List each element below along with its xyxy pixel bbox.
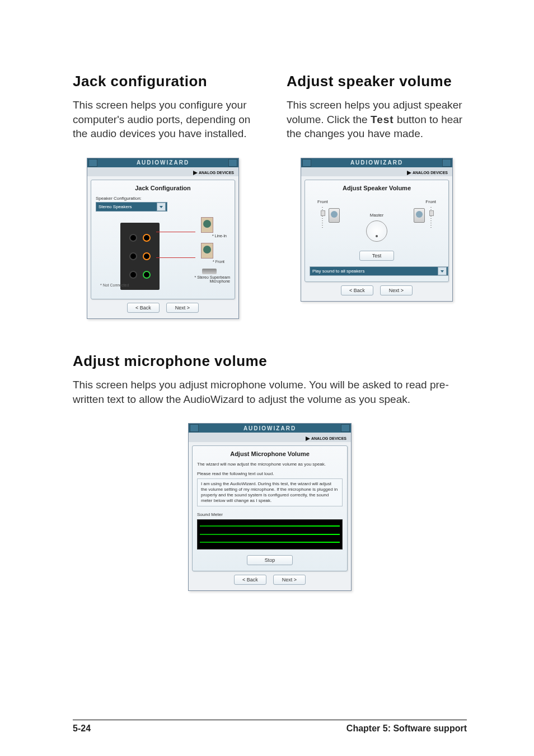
front-left-slider[interactable] <box>320 207 325 229</box>
jack-port <box>129 252 137 260</box>
window-title: AUDIOWIZARD <box>350 159 403 166</box>
page-number: 5-24 <box>73 724 91 734</box>
brand-bar: ANALOG DEVICES <box>189 433 351 442</box>
page: Jack configuration This screen helps you… <box>0 0 534 756</box>
sound-meter <box>197 519 343 550</box>
jack-port-linein <box>143 234 151 242</box>
window-titlebar: AUDIOWIZARD <box>87 158 238 167</box>
card-title: Jack Configuration <box>96 185 230 191</box>
meter-bar <box>200 534 340 535</box>
test-button[interactable]: Test <box>359 251 394 261</box>
volume-controls: Front Front Master Test <box>310 199 444 266</box>
speaker-icon <box>201 217 213 233</box>
front-left-label: Front <box>317 199 328 204</box>
window-titlebar: AUDIOWIZARD <box>301 158 452 167</box>
nav-button-row: < Back Next > <box>189 575 351 585</box>
analog-devices-logo: ANALOG DEVICES <box>193 171 234 175</box>
jack-port <box>129 271 137 279</box>
mic-intro: The wizard will now adjust the microphon… <box>197 462 343 467</box>
jack-port-front <box>143 271 151 279</box>
speaker-volume-card: Adjust Speaker Volume Front Front Master… <box>305 180 449 282</box>
speaker-config-label: Speaker Configuration: <box>96 196 230 201</box>
close-icon[interactable] <box>442 159 451 167</box>
jack-configuration-heading: Jack configuration <box>73 73 253 90</box>
speaker-icon <box>414 208 425 223</box>
adjust-mic-body: This screen helps you adjust microphone … <box>73 378 467 406</box>
play-sound-dropdown[interactable]: Play sound to all speakers <box>310 266 448 276</box>
master-label: Master <box>370 213 383 218</box>
speaker-config-dropdown[interactable]: Stereo Speakers <box>96 202 167 212</box>
window-sys-icon <box>302 159 311 167</box>
nav-button-row: < Back Next > <box>301 285 452 295</box>
jack-configuration-body: This screen helps you configure your com… <box>73 98 253 141</box>
chapter-label: Chapter 5: Software support <box>346 724 467 734</box>
cable-line <box>156 257 195 258</box>
mic-read-text: I am using the AudioWizard. During this … <box>197 478 343 506</box>
next-button[interactable]: Next > <box>273 575 306 585</box>
jack-port <box>129 234 137 242</box>
meter-bar <box>200 542 340 543</box>
jack-port-center <box>143 252 151 260</box>
analog-devices-logo: ANALOG DEVICES <box>306 436 346 441</box>
mic-volume-card: Adjust Microphone Volume The wizard will… <box>192 445 348 571</box>
dropdown-value: Stereo Speakers <box>99 204 132 209</box>
window-titlebar: AUDIOWIZARD <box>189 424 351 433</box>
mic-label: * Stereo Superbeam Microphone <box>180 275 230 283</box>
brand-bar: ANALOG DEVICES <box>301 167 452 176</box>
speaker-icon <box>201 243 213 259</box>
page-footer: 5-24 Chapter 5: Software support <box>73 720 467 734</box>
stop-button[interactable]: Stop <box>247 555 293 565</box>
window-sys-icon <box>88 159 97 167</box>
front-right-label: Front <box>425 199 436 204</box>
card-title: Adjust Microphone Volume <box>197 450 343 457</box>
sound-meter-label: Sound Meter <box>197 512 343 517</box>
adjust-speaker-body: This screen helps you adjust speaker vol… <box>287 98 467 141</box>
jack-diagram: * Line-In * Front * Stereo Superbeam Mic… <box>96 215 230 293</box>
two-column-layout: Jack configuration This screen helps you… <box>73 73 467 330</box>
adjust-mic-window: AUDIOWIZARD ANALOG DEVICES Adjust Microp… <box>188 423 352 590</box>
chevron-down-icon[interactable] <box>157 203 166 211</box>
close-icon[interactable] <box>228 159 237 167</box>
jack-config-card: Jack Configuration Speaker Configuration… <box>91 180 235 299</box>
next-button[interactable]: Next > <box>166 303 199 313</box>
adjust-speaker-heading: Adjust speaker volume <box>287 73 467 90</box>
front-right-slider[interactable] <box>428 207 434 229</box>
left-column: Jack configuration This screen helps you… <box>73 73 253 330</box>
back-button[interactable]: < Back <box>341 285 373 295</box>
microphone-icon <box>202 269 217 274</box>
window-sys-icon <box>190 424 199 432</box>
linein-label: * Line-In <box>212 234 227 238</box>
right-column: Adjust speaker volume This screen helps … <box>287 73 467 330</box>
speaker-icon <box>329 208 340 223</box>
adjust-mic-section: Adjust microphone volume This screen hel… <box>73 353 467 590</box>
cable-line <box>156 232 195 232</box>
not-connected-label: * Not Connected <box>100 283 129 287</box>
rear-panel <box>120 223 160 290</box>
master-knob[interactable] <box>366 220 387 242</box>
chevron-down-icon[interactable] <box>438 267 447 275</box>
meter-bar <box>200 525 340 527</box>
card-title: Adjust Speaker Volume <box>310 185 444 191</box>
adjust-speaker-window: AUDIOWIZARD ANALOG DEVICES Adjust Speake… <box>301 158 453 302</box>
analog-devices-logo: ANALOG DEVICES <box>407 171 448 175</box>
brand-bar: ANALOG DEVICES <box>87 167 238 176</box>
jack-config-window: AUDIOWIZARD ANALOG DEVICES Jack Configur… <box>87 158 239 319</box>
test-word: Test <box>371 114 394 125</box>
dropdown-value: Play sound to all speakers <box>312 269 364 274</box>
adjust-mic-heading: Adjust microphone volume <box>73 353 467 370</box>
window-title: AUDIOWIZARD <box>137 159 189 166</box>
back-button[interactable]: < Back <box>127 303 160 313</box>
mic-instruction: Please read the following text out loud. <box>197 471 343 476</box>
front-label: * Front <box>213 260 224 264</box>
nav-button-row: < Back Next > <box>87 303 238 313</box>
close-icon[interactable] <box>341 424 350 432</box>
window-title: AUDIOWIZARD <box>243 425 296 431</box>
next-button[interactable]: Next > <box>380 285 413 295</box>
back-button[interactable]: < Back <box>234 575 266 585</box>
